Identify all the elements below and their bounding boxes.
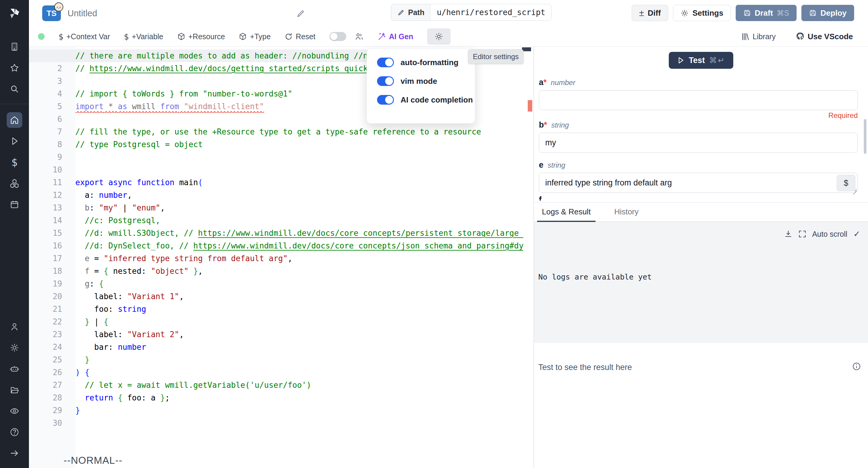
sidebar-item-expand[interactable]	[7, 445, 22, 461]
dollar-icon: $	[59, 32, 63, 41]
path-value: u/henri/restored_script	[430, 4, 551, 21]
add-type-button[interactable]: +Type	[239, 32, 271, 41]
resize-handle[interactable]	[852, 187, 857, 191]
sidebar-item-home[interactable]	[7, 112, 22, 128]
draft-button[interactable]: Draft ⌘S	[736, 5, 797, 21]
expand-icon[interactable]	[798, 230, 806, 238]
code-line[interactable]: } | {	[29, 315, 523, 328]
info-icon[interactable]	[852, 362, 861, 371]
field-a-input[interactable]	[539, 90, 858, 110]
auto-scroll-label: Auto scroll	[812, 230, 847, 238]
code-line[interactable]: }	[29, 404, 523, 417]
field-e-input[interactable]	[539, 173, 858, 193]
code-line[interactable]: b: "my" | "enum",	[29, 201, 523, 214]
users-icon	[355, 32, 364, 41]
code-line[interactable]: // fill the type, or use the +Resource t…	[29, 125, 523, 138]
edit-title-pencil-icon[interactable]	[296, 9, 305, 18]
menu-item-ai-code-completion[interactable]: AI code completion	[377, 95, 475, 105]
field-e-type: string	[548, 161, 565, 170]
sidebar-item-resources[interactable]	[7, 175, 22, 191]
ai-code-completion-toggle[interactable]	[377, 95, 394, 105]
code-line[interactable]: bar: number	[29, 341, 523, 353]
code-line[interactable]: //c: Postgresql,	[29, 214, 523, 227]
code-line[interactable]: return { foo: a };	[29, 391, 523, 404]
settings-button[interactable]: Settings	[673, 5, 731, 21]
code-line[interactable]: //d: DynSelect_foo, // https://www.windm…	[29, 239, 523, 252]
menu-item-auto-formatting[interactable]: auto-formatting	[377, 58, 475, 67]
sidebar: $	[0, 0, 29, 468]
auto-formatting-toggle[interactable]	[377, 58, 394, 67]
add-resource-button[interactable]: +Resource	[177, 32, 225, 41]
logs-tabs: Logs & Result History	[534, 203, 868, 222]
code-line[interactable]: ) {	[29, 366, 523, 379]
download-icon[interactable]	[784, 230, 792, 238]
building-icon	[10, 42, 19, 51]
vim-mode-toggle[interactable]	[377, 76, 394, 86]
code-line[interactable]: f = { nested: "object" },	[29, 265, 523, 277]
help-icon	[10, 427, 19, 437]
tab-history[interactable]: History	[610, 207, 644, 221]
test-shortcut: ⌘↵	[709, 56, 725, 65]
code-line[interactable]: // type Postgresql = object	[29, 138, 523, 151]
code-line[interactable]: g: {	[29, 277, 523, 290]
windmill-script-editor: $	[0, 0, 868, 468]
add-variable-button[interactable]: $ +Variable	[124, 32, 163, 41]
no-logs-message: No logs are available yet	[538, 272, 652, 281]
code-line[interactable]	[29, 164, 523, 176]
use-vscode-button[interactable]: Use VScode	[796, 32, 853, 41]
run-panel: Test ⌘↵ a* number Required b* string e s…	[533, 47, 868, 468]
bot-icon	[10, 364, 19, 374]
package-icon	[239, 33, 247, 41]
multiplayer-toggle[interactable]	[330, 32, 346, 41]
check-icon[interactable]: ✓	[853, 229, 860, 239]
editor-settings-button[interactable]	[427, 28, 451, 45]
code-line[interactable]	[29, 417, 523, 430]
sidebar-item-runs[interactable]	[7, 133, 22, 149]
deploy-button[interactable]: Deploy	[801, 5, 854, 21]
play-icon	[10, 137, 19, 146]
menu-item-vim-mode[interactable]: vim mode	[377, 76, 475, 86]
boxes-icon	[10, 178, 19, 188]
sidebar-item-help[interactable]	[7, 424, 22, 440]
code-line[interactable]	[29, 151, 523, 164]
sidebar-item-schedules[interactable]	[7, 197, 22, 212]
code-line[interactable]: a: number,	[29, 189, 523, 201]
ai-gen-button[interactable]: AI Gen	[378, 32, 413, 41]
multiplayer-users-icon[interactable]	[355, 32, 364, 41]
code-line[interactable]: }	[29, 353, 523, 366]
reset-button[interactable]: Reset	[284, 32, 315, 41]
field-b-type: string	[551, 121, 569, 129]
result-placeholder: Test to see the result here	[538, 363, 632, 372]
wand-icon	[378, 32, 386, 41]
code-line[interactable]: //d: wmill.S3Object, // https://www.wind…	[29, 227, 523, 239]
diff-button[interactable]: ± Diff	[632, 5, 669, 21]
form-scrollbar[interactable]	[864, 119, 867, 154]
sidebar-item-settings[interactable]	[7, 340, 22, 355]
code-line[interactable]: // let x = await wmill.getVariable('u/us…	[29, 379, 523, 391]
save-icon	[743, 9, 751, 17]
path-button[interactable]: Path u/henri/restored_script	[391, 4, 552, 21]
code-line[interactable]: export async function main(	[29, 176, 523, 189]
sidebar-item-workspace[interactable]	[7, 39, 22, 55]
sidebar-item-variables[interactable]: $	[7, 154, 22, 170]
library-button[interactable]: Library	[741, 32, 775, 41]
sidebar-item-favorites[interactable]	[7, 60, 22, 76]
field-e-name: e	[539, 160, 544, 170]
sidebar-item-ai[interactable]	[7, 361, 22, 377]
code-line[interactable]: label: "Variant 2",	[29, 328, 523, 341]
sidebar-item-watch[interactable]	[7, 403, 22, 419]
sidebar-item-account[interactable]	[7, 319, 22, 334]
code-line[interactable]: foo: string	[29, 303, 523, 315]
tab-logs-result[interactable]: Logs & Result	[537, 207, 595, 221]
sidebar-item-folders[interactable]	[7, 382, 22, 398]
windmill-logo-icon[interactable]	[7, 7, 22, 21]
code-line[interactable]: e = "inferred type string from default a…	[29, 252, 523, 265]
star-icon	[10, 63, 19, 72]
code-line[interactable]: label: "Variant 1",	[29, 290, 523, 303]
folder-open-icon	[10, 385, 19, 394]
test-button[interactable]: Test ⌘↵	[669, 52, 733, 69]
sidebar-item-search[interactable]	[7, 81, 22, 97]
add-context-var-button[interactable]: $ +Context Var	[59, 32, 110, 41]
vim-status: --NORMAL--	[64, 455, 122, 466]
field-b-input[interactable]	[539, 133, 858, 153]
